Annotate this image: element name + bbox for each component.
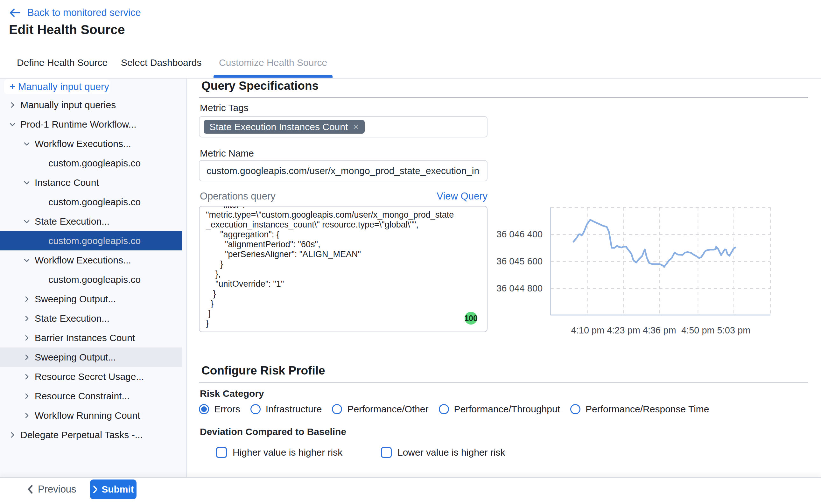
chevron-down-icon[interactable] [23,179,31,186]
tree-item-workflow-executions[interactable]: Workflow Executions... [0,250,187,270]
tree-item-manually-input-queries[interactable]: Manually input queries [0,95,187,115]
metric-name-label: Metric Name [200,148,254,159]
tree-item-sweeping-output[interactable]: Sweeping Output... [0,289,187,309]
main-panel: Query Specifications Metric Tags State E… [187,79,821,477]
metric-tags-input[interactable]: State Execution Instances Count × [199,116,488,137]
submit-button-label: Submit [102,484,134,495]
chevron-right-icon[interactable] [23,334,31,342]
y-axis-tick-label: 36 044 800 [496,283,541,294]
tree-item-instance-count[interactable]: Instance Count [0,173,187,192]
tree-item-custom-googleapis-co[interactable]: custom.googleapis.co [0,270,187,289]
tree-item-barrier-instances-count[interactable]: Barrier Instances Count [0,328,187,347]
tree-item-label: State Execution... [35,313,109,324]
wizard-footer: Previous Submit [0,477,821,504]
checkbox-icon[interactable] [216,447,227,458]
risk-category-errors[interactable]: Errors [199,404,240,415]
y-axis-tick-label: 36 045 600 [496,256,541,267]
radio-icon[interactable] [439,404,449,414]
metric-tag-chip-label: State Execution Instances Count [209,122,348,132]
tab-customize-health-source[interactable]: Customize Health Source [219,57,327,68]
chevron-right-icon[interactable] [23,315,31,322]
previous-button[interactable]: Previous [27,484,76,495]
tab-define-health-source[interactable]: Define Health Source [17,57,108,68]
view-query-link[interactable]: View Query [437,191,488,202]
tab-select-dashboards[interactable]: Select Dashboards [121,57,201,68]
metric-name-input[interactable] [199,160,488,181]
tree-item-label: custom.googleapis.co [48,197,141,207]
tree-item-label: Sweeping Output... [35,352,116,363]
chevron-right-icon [93,485,98,493]
chevron-right-icon[interactable] [9,101,16,109]
submit-button[interactable]: Submit [90,479,137,499]
risk-category-label: Risk Category [200,388,264,399]
risk-category-performance-throughput[interactable]: Performance/Throughput [439,404,560,415]
metric-tags-label: Metric Tags [200,102,249,113]
risk-category-performance-other[interactable]: Performance/Other [332,404,428,415]
tree-item-custom-googleapis-co[interactable]: custom.googleapis.co [0,231,182,250]
tree-item-label: Barrier Instances Count [35,333,135,343]
metric-tag-chip[interactable]: State Execution Instances Count × [204,120,365,134]
radio-icon[interactable] [199,404,209,414]
operations-query-textarea[interactable]: "filter": "metric.type=\"custom.googleap… [199,206,488,332]
radio-icon[interactable] [570,404,580,414]
radio-label: Errors [214,404,240,415]
tree-item-label: custom.googleapis.co [48,158,141,169]
chevron-down-icon[interactable] [9,121,16,128]
page-title: Edit Health Source [9,22,125,37]
tree-item-prod-1-runtime-workflow[interactable]: Prod-1 Runtime Workflow... [0,115,187,134]
x-axis-tick-label: 5:03 pm [708,325,759,336]
section-divider [199,97,808,98]
query-score-badge: 100 [465,312,477,325]
tree-item-label: Resource Secret Usage... [35,371,144,382]
checkbox-label: Lower value is higher risk [397,447,505,458]
operations-query-row: Operations query View Query [200,191,488,202]
radio-icon[interactable] [250,404,261,414]
tree-item-label: Workflow Running Count [35,410,140,421]
checkbox-icon[interactable] [381,447,392,458]
operations-query-code: "filter": "metric.type=\"custom.googleap… [200,206,460,328]
tree-item-label: Prod-1 Runtime Workflow... [20,119,137,130]
tree-item-state-execution[interactable]: State Execution... [0,212,187,231]
tree-item-label: Workflow Executions... [35,255,131,266]
tree-item-label: Delegate Perpetual Tasks -... [20,430,143,440]
tree-item-delegate-perpetual-tasks[interactable]: Delegate Perpetual Tasks -... [0,425,187,445]
deviation-option-lower-value-is-higher-risk[interactable]: Lower value is higher risk [381,447,505,458]
tree-item-state-execution[interactable]: State Execution... [0,309,187,328]
tree-item-resource-secret-usage[interactable]: Resource Secret Usage... [0,367,187,386]
tree-item-custom-googleapis-co[interactable]: custom.googleapis.co [0,192,187,212]
chevron-down-icon[interactable] [23,218,31,225]
risk-category-performance-response-time[interactable]: Performance/Response Time [570,404,709,415]
chevron-right-icon[interactable] [23,392,31,400]
metric-preview-chart: 36 046 40036 045 60036 044 800 4:10 pm4:… [496,201,796,344]
tree-item-custom-googleapis-co[interactable]: custom.googleapis.co [0,153,187,173]
chevron-right-icon[interactable] [23,412,31,419]
tree-item-workflow-executions[interactable]: Workflow Executions... [0,134,187,153]
query-specifications-title: Query Specifications [201,79,319,93]
active-tab-underline [214,75,333,78]
tree-item-label: Instance Count [35,177,99,188]
chevron-down-icon[interactable] [23,140,31,148]
chevron-right-icon[interactable] [23,373,31,381]
back-to-monitored-service-link[interactable]: Back to monitored service [9,7,141,18]
deviation-option-higher-value-is-higher-risk[interactable]: Higher value is higher risk [216,447,342,458]
metric-line-series [573,220,735,267]
tree-item-label: custom.googleapis.co [48,274,141,285]
chevron-right-icon[interactable] [9,431,16,439]
deviation-label: Deviation Compared to Baseline [200,426,346,437]
radio-icon[interactable] [332,404,342,414]
add-manual-query-button[interactable]: + Manually input query [4,79,110,94]
radio-label: Performance/Throughput [454,404,560,415]
previous-button-label: Previous [38,484,76,495]
chevron-right-icon[interactable] [23,295,31,303]
chevron-down-icon[interactable] [23,256,31,264]
chip-remove-icon[interactable]: × [353,121,359,133]
operations-query-label: Operations query [200,191,276,202]
tree-item-workflow-running-count[interactable]: Workflow Running Count [0,406,187,425]
tree-item-label: Sweeping Output... [35,294,116,305]
tree-item-resource-constraint[interactable]: Resource Constraint... [0,386,187,406]
chart-canvas [496,201,796,344]
chevron-right-icon[interactable] [23,353,31,361]
radio-label: Performance/Response Time [586,404,709,415]
tree-item-sweeping-output[interactable]: Sweeping Output... [0,347,182,367]
risk-category-infrastructure[interactable]: Infrastructure [250,404,322,415]
